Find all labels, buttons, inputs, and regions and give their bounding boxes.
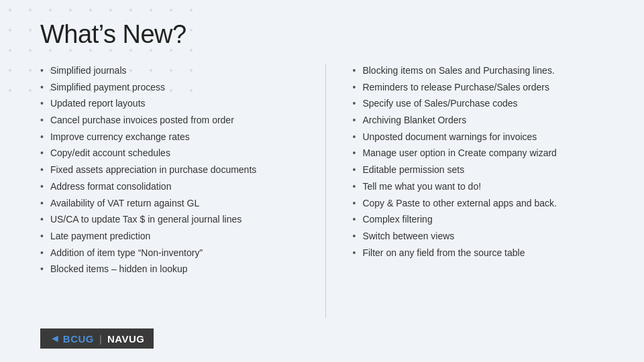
- right-list: Blocking items on Sales and Purchasing l…: [353, 64, 611, 262]
- list-item: Switch between views: [353, 229, 611, 244]
- list-item: Complex filtering: [353, 213, 611, 227]
- list-item: Simplified payment process: [40, 80, 299, 95]
- logo-arrow-icon: ◄: [50, 333, 60, 345]
- list-item: Specify use of Sales/Purchase codes: [353, 97, 611, 111]
- list-item: Copy/edit account schedules: [40, 146, 299, 161]
- list-item: US/CA to update Tax $ in general journal…: [40, 213, 299, 227]
- page-title: What’s New?: [40, 20, 610, 49]
- list-item: Copy & Paste to other external apps and …: [353, 196, 611, 211]
- list-item: Reminders to release Purchase/Sales orde…: [353, 80, 611, 95]
- list-item: Fixed assets appreciation in purchase do…: [40, 163, 299, 178]
- logo-separator: |: [99, 333, 102, 345]
- list-item: Archiving Blanket Orders: [353, 113, 611, 128]
- footer-logo: ◄ BCUG | NAVUG: [40, 328, 154, 349]
- logo-text-navug: NAVUG: [107, 333, 145, 345]
- list-item: Blocking items on Sales and Purchasing l…: [353, 64, 611, 78]
- footer: ◄ BCUG | NAVUG: [40, 328, 610, 349]
- list-item: Simplified journals: [40, 64, 299, 78]
- left-list: Simplified journalsSimplified payment pr…: [40, 64, 299, 279]
- list-item: Updated report layouts: [40, 97, 299, 111]
- list-item: Filter on any field from the source tabl…: [353, 246, 611, 261]
- content-columns: Simplified journalsSimplified payment pr…: [40, 64, 610, 318]
- page-container: What’s New? Simplified journalsSimplifie…: [0, 0, 644, 362]
- column-divider: [325, 64, 326, 318]
- list-item: Cancel purchase invoices posted from ord…: [40, 113, 299, 128]
- list-item: Late payment prediction: [40, 229, 299, 244]
- list-item: Manage user option in Create company wiz…: [353, 146, 611, 161]
- list-item: Unposted document warnings for invoices: [353, 130, 611, 145]
- list-item: Editable permission sets: [353, 163, 611, 178]
- list-item: Addition of item type “Non-inventory”: [40, 246, 299, 261]
- right-column: Blocking items on Sales and Purchasing l…: [333, 64, 611, 318]
- logo-text-bcug: BCUG: [63, 333, 94, 345]
- left-column: Simplified journalsSimplified payment pr…: [40, 64, 319, 318]
- list-item: Improve currency exchange rates: [40, 130, 299, 145]
- list-item: Tell me what you want to do!: [353, 180, 611, 194]
- list-item: Address format consolidation: [40, 180, 299, 194]
- list-item: Availability of VAT return against GL: [40, 196, 299, 211]
- list-item: Blocked items – hidden in lookup: [40, 262, 299, 277]
